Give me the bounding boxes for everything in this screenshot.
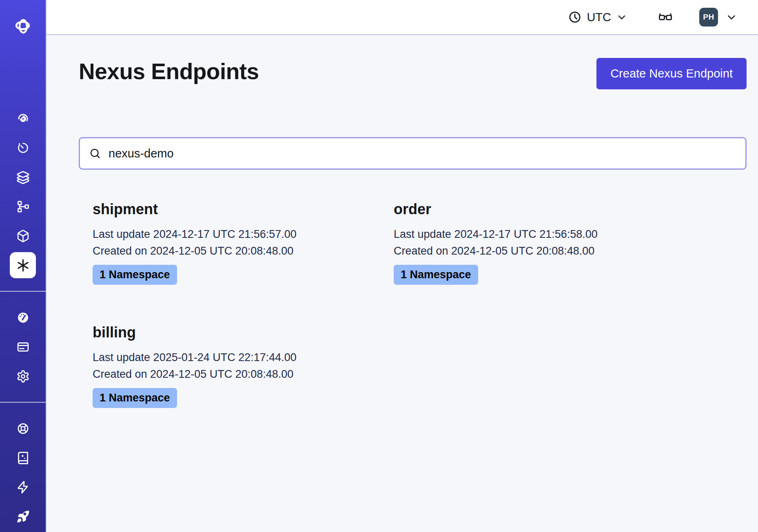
endpoint-created: Created on 2024-12-05 UTC 20:08:48.00 — [93, 243, 366, 259]
sidebar-divider — [0, 402, 46, 403]
sidebar-item-getting-started[interactable] — [10, 503, 36, 530]
cube-icon — [16, 229, 30, 243]
endpoint-name[interactable]: shipment — [93, 201, 366, 218]
sidebar-divider — [0, 291, 46, 292]
page-content: Nexus Endpoints Create Nexus Endpoint sh… — [47, 35, 758, 422]
create-nexus-endpoint-button[interactable]: Create Nexus Endpoint — [596, 58, 747, 89]
life-buoy-icon — [16, 422, 30, 435]
account-menu[interactable]: PH — [699, 8, 738, 27]
workflows-icon — [16, 112, 30, 125]
endpoint-card-order[interactable]: order Last update 2024-12-17 UTC 21:56:5… — [380, 187, 681, 299]
endpoint-last-update: Last update 2025-01-24 UTC 22:17:44.00 — [93, 349, 366, 366]
namespace-badge: 1 Namespace — [394, 265, 478, 285]
endpoint-last-update: Last update 2024-12-17 UTC 21:56:58.00 — [394, 226, 667, 243]
main-column: UTC PH — [47, 0, 758, 532]
sidebar-item-workflows[interactable] — [10, 105, 36, 131]
lightning-icon — [16, 481, 30, 494]
gear-icon — [16, 370, 30, 383]
timezone-label: UTC — [587, 11, 611, 24]
sidebar-item-task-queues[interactable] — [10, 193, 36, 219]
sidebar-item-batch-operations[interactable] — [10, 164, 36, 190]
topbar: UTC PH — [47, 0, 758, 35]
billing-card-icon — [16, 340, 30, 354]
network-icon — [16, 200, 30, 213]
endpoint-name[interactable]: order — [394, 201, 667, 218]
sidebar-item-settings[interactable] — [10, 363, 36, 389]
sidebar-item-billing[interactable] — [10, 334, 36, 360]
sidebar-item-docs[interactable] — [10, 445, 36, 471]
endpoint-last-update: Last update 2024-12-17 UTC 21:56:57.00 — [93, 226, 366, 243]
namespace-badge: 1 Namespace — [93, 265, 177, 285]
schedules-icon — [16, 141, 30, 155]
sidebar-item-usage[interactable] — [10, 304, 36, 330]
page-title: Nexus Endpoints — [79, 58, 259, 85]
search-input[interactable] — [108, 146, 736, 161]
sidebar-item-nexus[interactable] — [10, 252, 36, 278]
sidebar — [0, 0, 47, 532]
endpoint-created: Created on 2024-12-05 UTC 20:08:48.00 — [93, 366, 366, 383]
endpoints-grid: shipment Last update 2024-12-17 UTC 21:5… — [79, 187, 747, 422]
endpoint-card-shipment[interactable]: shipment Last update 2024-12-17 UTC 21:5… — [79, 187, 380, 299]
gauge-icon — [16, 311, 30, 324]
app-root: UTC PH — [0, 0, 758, 532]
chevron-down-icon — [725, 11, 738, 23]
clock-icon — [568, 10, 582, 24]
layers-icon — [16, 171, 30, 184]
sidebar-nav — [0, 104, 46, 531]
sidebar-item-feedback[interactable] — [10, 474, 36, 500]
endpoint-card-billing[interactable]: billing Last update 2025-01-24 UTC 22:17… — [79, 310, 380, 422]
chevron-down-icon — [616, 11, 627, 23]
timezone-selector[interactable]: UTC — [565, 9, 630, 26]
labs-toggle-button[interactable] — [656, 8, 675, 27]
avatar[interactable]: PH — [699, 8, 718, 27]
search-icon — [89, 147, 101, 160]
sidebar-item-schedules[interactable] — [10, 135, 36, 161]
rocket-icon — [16, 510, 30, 523]
endpoint-created: Created on 2024-12-05 UTC 20:08:48.00 — [394, 243, 667, 259]
glasses-icon — [658, 9, 673, 25]
search-box[interactable] — [79, 137, 747, 170]
sidebar-item-deployments[interactable] — [10, 223, 36, 249]
page-header-row: Nexus Endpoints Create Nexus Endpoint — [79, 58, 747, 89]
nexus-asterisk-icon — [16, 258, 31, 273]
endpoint-name[interactable]: billing — [93, 324, 366, 341]
temporal-logo-icon[interactable] — [13, 16, 33, 36]
book-sparkles-icon — [16, 451, 30, 465]
sidebar-item-support[interactable] — [10, 415, 36, 441]
namespace-badge: 1 Namespace — [93, 388, 177, 408]
